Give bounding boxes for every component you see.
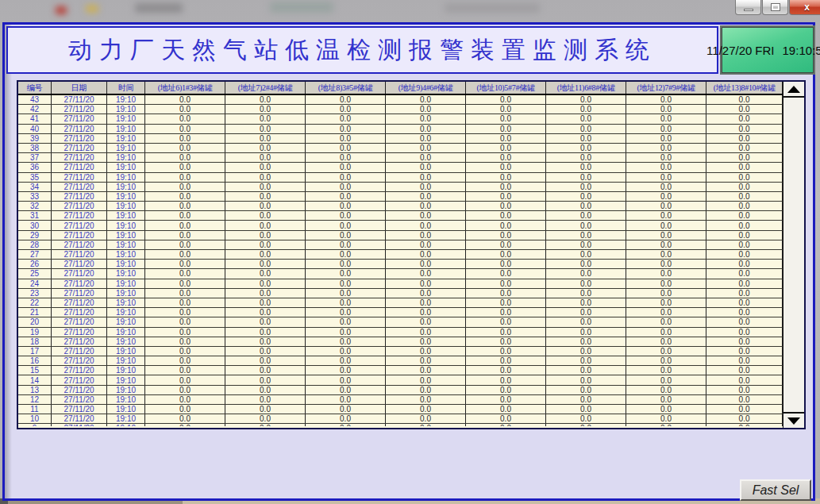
row-number-cell: 18	[18, 337, 52, 346]
row-number-cell: 13	[18, 386, 52, 394]
value-cell: 0.0	[225, 192, 306, 201]
value-cell: 0.0	[386, 95, 466, 104]
row-number-cell: 27	[18, 250, 52, 259]
value-cell: 0.0	[546, 317, 626, 326]
value-cell: 0.0	[466, 144, 546, 152]
row-number-cell: 19	[18, 328, 52, 337]
value-cell: 0.0	[466, 366, 546, 375]
column-header: (地址13)8#10#储罐	[706, 82, 783, 94]
value-cell: 0.0	[466, 356, 546, 365]
fast-sel-button[interactable]: Fast Sel	[740, 479, 811, 501]
value-cell: 0.0	[626, 260, 706, 268]
value-cell: 0.0	[706, 144, 783, 152]
value-cell: 0.0	[466, 317, 546, 326]
table-row: 2627/11/2019:100.00.00.00.00.00.00.00.0	[18, 260, 783, 269]
value-cell: 0.0	[306, 153, 386, 162]
value-cell: 0.0	[225, 289, 306, 298]
value-cell: 0.0	[626, 298, 706, 307]
value-cell: 0.0	[706, 163, 783, 171]
value-cell: 0.0	[626, 356, 706, 365]
time-cell: 19:10	[107, 221, 145, 229]
value-cell: 0.0	[386, 386, 466, 394]
value-cell: 0.0	[145, 105, 225, 113]
value-cell: 0.0	[706, 134, 783, 143]
value-cell: 0.0	[145, 153, 225, 162]
time-cell: 19:10	[107, 405, 145, 414]
scroll-down-icon	[787, 417, 800, 425]
table-row: 1727/11/2019:100.00.00.00.00.00.00.00.0	[18, 347, 783, 356]
value-cell: 0.0	[306, 386, 386, 394]
value-cell: 0.0	[386, 356, 466, 365]
column-header: (地址7)2#4#储罐	[225, 82, 306, 94]
column-header: (地址6)1#3#储罐	[145, 82, 225, 94]
close-button[interactable]: x	[789, 0, 820, 15]
date-cell: 27/11/20	[52, 231, 107, 240]
scrollbar-track[interactable]	[783, 98, 804, 412]
maximize-icon	[772, 4, 780, 10]
value-cell: 0.0	[306, 231, 386, 240]
column-header: (地址12)7#9#储罐	[626, 82, 706, 94]
value-cell: 0.0	[145, 405, 225, 414]
value-cell: 0.0	[546, 337, 626, 346]
value-cell: 0.0	[386, 337, 466, 346]
date-cell: 27/11/20	[52, 279, 107, 288]
date-cell: 27/11/20	[52, 211, 107, 220]
scroll-down-button[interactable]	[783, 412, 804, 428]
value-cell: 0.0	[706, 231, 783, 240]
value-cell: 0.0	[466, 328, 546, 337]
table-row: 1027/11/2019:100.00.00.00.00.00.00.00.0	[18, 414, 783, 424]
value-cell: 0.0	[466, 134, 546, 143]
table-row: 3727/11/2019:100.00.00.00.00.00.00.00.0	[18, 153, 783, 163]
maximize-button[interactable]	[762, 0, 788, 15]
value-cell: 0.0	[145, 211, 225, 220]
value-cell: 0.0	[466, 250, 546, 259]
time-cell: 19:10	[107, 105, 145, 113]
table-row: 3527/11/2019:100.00.00.00.00.00.00.00.0	[18, 173, 783, 183]
value-cell: 0.0	[706, 125, 783, 133]
row-number-cell: 28	[18, 240, 52, 249]
value-cell: 0.0	[386, 395, 466, 404]
close-icon: x	[804, 2, 810, 13]
time-cell: 19:10	[107, 134, 145, 143]
value-cell: 0.0	[386, 192, 466, 201]
value-cell: 0.0	[145, 386, 225, 394]
value-cell: 0.0	[466, 386, 546, 394]
value-cell: 0.0	[466, 405, 546, 414]
datetime-display: 11/27/20 FRI 19:10:54	[720, 25, 815, 75]
date-cell: 27/11/20	[52, 163, 107, 171]
column-header: (地址10)5#7#储罐	[466, 82, 546, 94]
value-cell: 0.0	[706, 202, 783, 210]
row-number-cell: 25	[18, 269, 52, 278]
value-cell: 0.0	[546, 308, 626, 317]
row-number-cell: 43	[18, 95, 52, 104]
date-cell: 27/11/20	[52, 317, 107, 326]
time-cell: 19:10	[107, 424, 145, 426]
row-number-cell: 15	[18, 366, 52, 375]
minimize-button[interactable]	[735, 0, 761, 15]
table-row: 2327/11/2019:100.00.00.00.00.00.00.00.0	[18, 289, 783, 298]
value-cell: 0.0	[145, 192, 225, 201]
table-row: 4127/11/2019:100.00.00.00.00.00.00.00.0	[18, 114, 783, 124]
weekday-text: FRI	[755, 44, 774, 57]
table-row: 3127/11/2019:100.00.00.00.00.00.00.00.0	[18, 211, 783, 221]
table-row: 2227/11/2019:100.00.00.00.00.00.00.00.0	[18, 298, 783, 308]
value-cell: 0.0	[706, 105, 783, 113]
row-number-cell: 30	[18, 221, 52, 229]
value-cell: 0.0	[386, 183, 466, 191]
value-cell: 0.0	[306, 202, 386, 210]
scroll-up-icon	[787, 86, 800, 93]
table-row: 3227/11/2019:100.00.00.00.00.00.00.00.0	[18, 202, 783, 211]
table-row: 3027/11/2019:100.00.00.00.00.00.00.00.0	[18, 221, 783, 230]
column-header: (地址11)6#8#储罐	[546, 82, 626, 94]
value-cell: 0.0	[225, 240, 306, 249]
value-cell: 0.0	[306, 308, 386, 317]
time-cell: 19:10	[107, 298, 145, 307]
value-cell: 0.0	[225, 202, 306, 210]
value-cell: 0.0	[546, 192, 626, 201]
vertical-scrollbar[interactable]	[783, 82, 804, 428]
value-cell: 0.0	[626, 337, 706, 346]
value-cell: 0.0	[225, 356, 306, 365]
date-cell: 27/11/20	[52, 250, 107, 259]
scroll-up-button[interactable]	[783, 82, 804, 98]
value-cell: 0.0	[225, 153, 306, 162]
